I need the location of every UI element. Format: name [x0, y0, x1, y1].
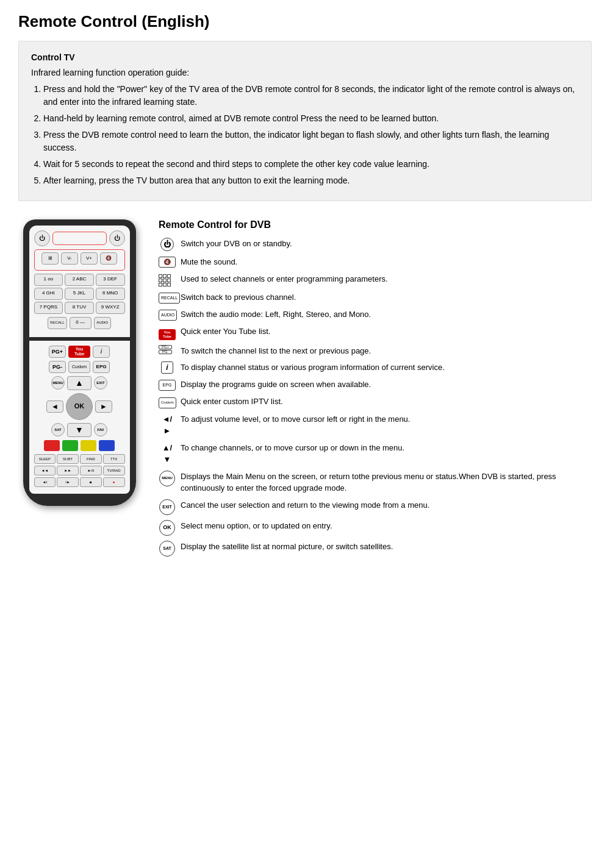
- youtube-button[interactable]: YouTube: [68, 346, 90, 358]
- recall-row: RECALL 0 — AUDIO: [34, 317, 125, 329]
- num9-button[interactable]: 9 WXYZ: [96, 302, 125, 314]
- yellow-button[interactable]: [81, 440, 96, 451]
- lr-desc-text: To adjust volume level, or to move curso…: [181, 413, 592, 425]
- info-button[interactable]: i: [93, 346, 110, 358]
- tv-rad-button[interactable]: TV/RAD: [103, 466, 125, 475]
- step-3: Press the DVB remote control need to lea…: [43, 129, 579, 154]
- desc-item-ud: ▲/▼ To change channels, or to move curso…: [159, 442, 592, 466]
- num3-button[interactable]: 3 DEF: [96, 274, 125, 286]
- desc-item-audio: AUDIO Switch the audio mode: Left, Right…: [159, 308, 592, 321]
- num0-button[interactable]: 0 —: [70, 317, 92, 329]
- sat-button[interactable]: SAT: [51, 423, 65, 436]
- num7-button[interactable]: 7 PQRS: [34, 302, 63, 314]
- green-button[interactable]: [62, 440, 78, 451]
- audio-button[interactable]: AUDIO: [94, 317, 111, 329]
- desc-item-ok: OK Select menu option, or to updated on …: [159, 520, 592, 536]
- sleep-button[interactable]: SLEEP: [34, 454, 56, 464]
- desc-item-mute: 🔇 Mute the sound.: [159, 256, 592, 268]
- pg-custom-row: PG- Custom EPG: [34, 361, 125, 373]
- desc-item-exit: EXIT Cancel the user selection and retur…: [159, 499, 592, 515]
- num2-button[interactable]: 2 ABC: [65, 274, 94, 286]
- recall-desc-text: Switch back to previous channel.: [181, 291, 592, 304]
- vol-plus-button[interactable]: V+: [81, 252, 98, 265]
- num8-button[interactable]: 8 TUV: [65, 302, 94, 314]
- power-desc-icon: ⏻: [159, 238, 176, 251]
- remote-control-diagram: ⏻ ⏻ ⊞ V- V+ 🔇 1 oo 2 ABC: [23, 219, 136, 506]
- step-4: Wait for 5 seconds to repeat the second …: [43, 158, 579, 171]
- stop-button[interactable]: ■: [80, 477, 102, 487]
- step-5: After learning, press the TV button area…: [43, 174, 579, 187]
- nav-down-button[interactable]: ▼: [67, 423, 92, 437]
- exit-desc-icon: EXIT: [159, 499, 176, 515]
- rec-button[interactable]: ●: [103, 477, 125, 487]
- desc-item-power: ⏻ Switch your DVB on or standby.: [159, 238, 592, 251]
- sat-desc-icon: SAT: [159, 541, 176, 557]
- vol-minus-button[interactable]: V-: [61, 252, 78, 265]
- menu-button[interactable]: MENU: [51, 376, 65, 390]
- volume-row: ⊞ V- V+ 🔇: [37, 252, 122, 265]
- blue-button[interactable]: [99, 440, 115, 451]
- source-button[interactable]: ⊞: [41, 252, 59, 265]
- power-desc-text: Switch your DVB on or standby.: [181, 238, 592, 250]
- pg-desc-text: To switch the channel list to the next o…: [181, 345, 592, 357]
- mute-desc-text: Mute the sound.: [181, 256, 592, 268]
- audio-desc-icon: AUDIO: [159, 308, 176, 321]
- custom-desc-text: Quick enter custom IPTV list.: [181, 396, 592, 408]
- num6-button[interactable]: 6 MNO: [96, 288, 125, 300]
- epg-desc-icon: EPG: [159, 379, 176, 391]
- nav-row: ◄ OK ►: [34, 393, 125, 420]
- rewind-button[interactable]: ◄◄: [34, 466, 56, 475]
- control-tv-button[interactable]: [52, 232, 107, 245]
- epg-button[interactable]: EPG: [93, 361, 110, 373]
- number-grid: 1 oo 2 ABC 3 DEF 4 GHI 5 JKL 6 MNO 7 PQR…: [34, 274, 125, 314]
- power-tv-left-button[interactable]: ⏻: [34, 230, 50, 246]
- menu-desc-icon: MENU: [159, 471, 176, 486]
- desc-item-recall: RECALL Switch back to previous channel.: [159, 291, 592, 304]
- forward-button[interactable]: ►►: [57, 466, 79, 475]
- num5-button[interactable]: 5 JKL: [65, 288, 94, 300]
- fav-button[interactable]: FAV: [94, 423, 107, 436]
- nav-up-button[interactable]: ▲: [67, 376, 92, 390]
- info-desc-text: To display channel status or various pro…: [181, 361, 592, 374]
- slow-back-button[interactable]: ◄I: [34, 477, 56, 487]
- find-button[interactable]: FIND: [80, 454, 102, 464]
- num1-button[interactable]: 1 oo: [34, 274, 63, 286]
- nav-right-button[interactable]: ►: [95, 400, 112, 413]
- ok-button[interactable]: OK: [66, 393, 93, 420]
- num4-button[interactable]: 4 GHI: [34, 288, 63, 300]
- sat-row: SAT ▼ FAV: [34, 423, 125, 437]
- pg-minus-button[interactable]: PG-: [49, 361, 66, 373]
- exit-desc-text: Cancel the user selection and return to …: [181, 499, 592, 511]
- play-pause-button[interactable]: ►/II: [80, 466, 102, 475]
- pg-plus-button[interactable]: PG+: [49, 346, 66, 358]
- audio-desc-text: Switch the audio mode: Left, Right, Ster…: [181, 308, 592, 321]
- slow-fwd-button[interactable]: I►: [57, 477, 79, 487]
- custom-button[interactable]: Custom: [68, 361, 90, 373]
- nav-left-button[interactable]: ◄: [46, 400, 63, 413]
- menu-desc-text: Displays the Main Menu on the screen, or…: [181, 471, 592, 494]
- desc-item-epg: EPG Display the programs guide on screen…: [159, 379, 592, 391]
- desc-item-info: i To display channel status or various p…: [159, 361, 592, 374]
- remote-top-section: ⏻ ⏻ ⊞ V- V+ 🔇 1 oo 2 ABC: [29, 226, 130, 337]
- info-box: Control TV Infrared learning function op…: [18, 41, 592, 201]
- custom-desc-icon: Custom: [159, 396, 176, 408]
- channel-desc-text: Used to select channels or enter program…: [181, 273, 592, 285]
- desc-item-custom: Custom Quick enter custom IPTV list.: [159, 396, 592, 408]
- recall-button[interactable]: RECALL: [48, 317, 66, 329]
- pg-desc-icon: PG+ PG-: [159, 345, 176, 354]
- epg-desc-text: Display the programs guide on screen whe…: [181, 379, 592, 391]
- info-desc-icon: i: [159, 361, 176, 374]
- ttx-button[interactable]: TTX: [103, 454, 125, 464]
- info-box-subtitle: Infrared learning function operation gui…: [31, 66, 579, 79]
- power-row: ⏻ ⏻: [34, 230, 125, 246]
- menu-row: MENU ▲ EXIT: [34, 376, 125, 390]
- power-dvb-button[interactable]: ⏻: [109, 230, 125, 246]
- subt-button[interactable]: SUBT: [57, 454, 79, 464]
- desc-item-lr: ◄/► To adjust volume level, or to move c…: [159, 413, 592, 437]
- mute-button[interactable]: 🔇: [100, 252, 117, 265]
- exit-button[interactable]: EXIT: [94, 376, 107, 390]
- red-button[interactable]: [44, 440, 60, 451]
- ok-desc-icon: OK: [159, 520, 176, 536]
- info-box-title: Control TV: [31, 51, 579, 64]
- desc-item-youtube: YouTube Quick enter You Tube list.: [159, 326, 592, 340]
